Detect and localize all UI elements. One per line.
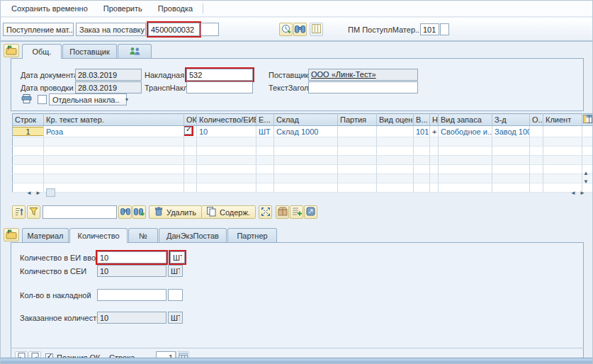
doc-type-dropdown[interactable]: Поступление мат.. [3,23,74,36]
qty-suom-unit-input[interactable] [168,265,183,277]
col-n[interactable]: Н [430,114,439,126]
find-button[interactable] [293,23,307,36]
stock-sign-cell[interactable]: + [430,126,439,137]
expand-button[interactable] [259,205,272,219]
details-button[interactable] [304,205,317,219]
qty-delivery-note-input[interactable] [97,289,166,301]
contents-button[interactable]: Содерж. [201,205,256,219]
col-customer[interactable]: Клиент [543,114,582,126]
po-number-input[interactable] [148,23,200,36]
execute-button[interactable] [279,23,293,36]
distribute-quantity-button[interactable] [290,205,303,219]
columns-button[interactable] [310,23,323,36]
pack-button[interactable] [276,205,289,219]
scroll-left-button[interactable]: ◄ [26,190,32,197]
header-collapse-button[interactable] [4,44,19,57]
filter-button[interactable] [27,205,40,219]
find-item-button[interactable] [118,205,132,219]
doc-date-input[interactable] [75,69,142,81]
line-number-cell[interactable]: 1 [13,126,44,137]
col-material[interactable]: Кр. текст матер. [44,114,184,126]
scroll-right-button[interactable]: ► [35,190,41,197]
tab-partners[interactable] [118,44,152,58]
po-item-input[interactable] [201,23,219,36]
print-button[interactable] [19,93,33,106]
movement-cell[interactable]: 101 [414,126,430,137]
vendor-field[interactable]: ООО «Линк-Тест» [308,69,418,81]
tab-vendor[interactable]: Поставщик [62,44,117,58]
print-checkbox[interactable] [38,95,47,104]
tab-quantity[interactable]: Количество [69,228,128,243]
qty-entry-unit-input[interactable] [170,251,185,263]
col-qty[interactable]: Количество/ЕИВ [197,114,256,126]
expand-arrows-icon [261,207,271,218]
empty-row [13,147,593,156]
line-number: 1 [13,127,44,136]
material-cell[interactable]: Роза [44,126,184,137]
reference-type-dropdown[interactable]: Заказ на поставку [76,23,146,36]
qty-suom-input[interactable] [97,265,166,277]
post-date-input[interactable] [75,81,142,93]
copy-page-icon [207,207,216,218]
header-text-input[interactable] [308,81,418,93]
contents-button-label: Содерж. [220,208,250,217]
find-next-button[interactable] [132,205,146,219]
sort-ascending-button[interactable] [12,205,26,219]
stock-type-cell[interactable]: Свободное и.. [439,126,492,137]
valuation-cell[interactable] [377,126,414,137]
col-line[interactable]: Строк [13,114,44,126]
col-storage[interactable]: Склад [274,114,338,126]
detail-collapse-button[interactable] [4,228,19,241]
col-stock-type[interactable]: Вид запаса [439,114,492,126]
scroll-left-button-2[interactable]: ◄ [570,190,576,197]
menu-save-temp[interactable]: Сохранить временно [4,1,96,16]
col-ok[interactable]: ОК [184,114,197,126]
special-cell[interactable] [530,126,543,137]
menu-post[interactable]: Проводка [150,1,201,16]
qty-ordered-unit-input[interactable] [168,312,183,324]
tab-material[interactable]: Материал [22,228,69,242]
table-header-row: Строк Кр. текст матер. ОК Количество/ЕИВ… [13,114,593,126]
individual-slip-dropdown[interactable]: Отдельная накла.. [49,93,127,106]
col-o[interactable]: О... [530,114,543,126]
doc-date-label: Дата документа [21,71,78,80]
tab-general[interactable]: Общ. [22,44,62,59]
search-input[interactable] [43,205,117,219]
tab-general-label: Общ. [33,47,52,56]
package-icon [278,207,288,217]
empty-row [13,156,593,165]
tab-po-data[interactable]: ДанЭкзПостав [159,228,227,242]
qty-entry-input[interactable] [97,251,166,263]
scroll-down-button[interactable]: ▼ [583,178,589,186]
delivery-note-input[interactable] [186,69,253,81]
storage-cell[interactable]: Склад 1000 [274,126,338,137]
scroll-up-button[interactable]: ▲ [583,170,589,177]
col-valuation[interactable]: Вид оценки [377,114,414,126]
batch-cell[interactable] [338,126,377,137]
qty-cell[interactable]: 10 [197,126,256,137]
qty-delivery-note-unit-input[interactable] [168,289,183,301]
sap-migo-window: Сохранить временно Проверить Проводка По… [0,0,593,364]
bill-of-lading-input[interactable] [186,81,253,93]
tab-material-label: Материал [28,232,64,240]
ok-checkbox[interactable] [184,127,192,135]
delete-button[interactable]: Удалить [149,205,202,219]
scroll-right-button-2[interactable]: ► [580,190,585,197]
plant-cell[interactable]: Завод 1000 [492,126,530,137]
unit-cell[interactable]: ШТ [256,126,274,137]
menu-check[interactable]: Проверить [96,1,150,16]
delivery-note-label: Накладная [145,71,184,80]
table-config-icon[interactable] [583,116,592,125]
list-add-icon [292,207,302,217]
qty-ordered-input[interactable] [97,312,166,324]
tab-partner[interactable]: Партнер [227,228,277,242]
movement-type-input[interactable] [420,23,439,35]
customer-cell[interactable] [543,126,582,137]
col-movement[interactable]: В... [414,114,430,126]
h-scrollbar-thumb[interactable] [46,188,55,197]
movement-ext-input[interactable] [440,23,449,35]
col-plant[interactable]: З-д [492,114,530,126]
tab-where[interactable]: № [128,228,158,242]
col-batch[interactable]: Партия [338,114,377,126]
col-unit[interactable]: Е... [256,114,274,126]
